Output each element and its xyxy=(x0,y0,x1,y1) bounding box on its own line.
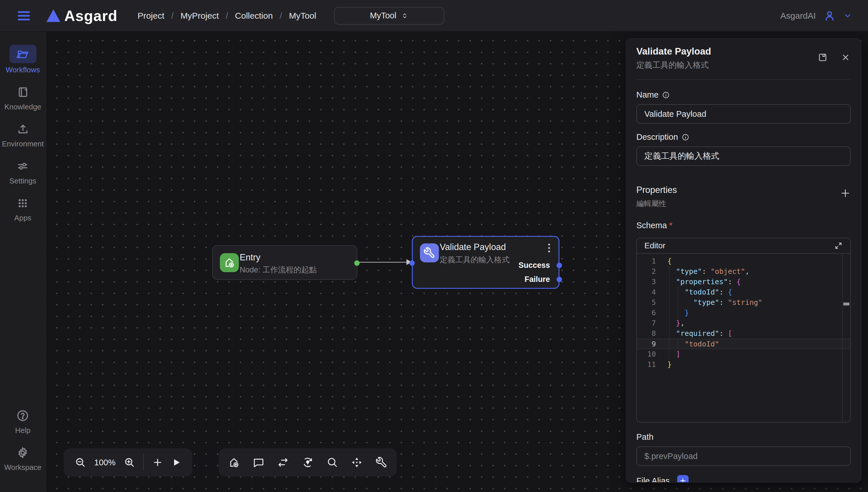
output-label-success: Success xyxy=(518,261,550,270)
edge-entry-to-validate xyxy=(358,262,407,263)
sidebar-item-workspace[interactable]: Workspace xyxy=(4,443,42,472)
house-plus-icon xyxy=(223,256,235,269)
node-config-panel: Validate Payload 定義工具的輸入格式 Name xyxy=(626,38,861,483)
node-entry[interactable]: Entry Node: 工作流程的起點 xyxy=(212,245,357,280)
line-content: "properties": { xyxy=(667,277,741,287)
validate-success-port[interactable] xyxy=(556,263,562,268)
line-content: }, xyxy=(667,318,685,328)
editor-scrollbar-thumb[interactable] xyxy=(843,302,849,305)
expand-icon[interactable] xyxy=(834,241,843,250)
sidebar-item-settings[interactable]: Settings xyxy=(9,157,36,186)
code-line[interactable]: 11} xyxy=(637,360,850,370)
breadcrumb-project[interactable]: Project xyxy=(138,11,164,21)
node-subtitle: Node: 工作流程的起點 xyxy=(240,265,317,275)
indent-guide xyxy=(678,287,678,318)
line-content: "required": [ xyxy=(667,328,732,339)
line-content: { xyxy=(667,256,672,266)
info-icon xyxy=(662,91,670,99)
user-label: AsgardAI xyxy=(780,11,816,21)
run-workflow-icon[interactable] xyxy=(171,457,181,468)
description-label: Description xyxy=(636,132,678,142)
indent-guide xyxy=(678,339,678,349)
add-property-icon[interactable] xyxy=(840,188,851,199)
line-number: 7 xyxy=(637,318,656,328)
sliders-icon xyxy=(16,160,29,173)
sidebar-item-label: Help xyxy=(15,426,30,435)
code-editor-area[interactable]: 1{2 "type": "object",3 "properties": {4 … xyxy=(637,254,850,422)
line-number: 11 xyxy=(637,360,656,370)
line-content: "todoId": { xyxy=(667,287,732,297)
user-avatar-icon[interactable] xyxy=(823,9,836,22)
zoom-level-label: 100% xyxy=(94,458,116,467)
add-node-icon[interactable] xyxy=(152,457,163,468)
node-menu-kebab-icon[interactable] xyxy=(547,243,551,253)
tool-selector-value: MyTool xyxy=(370,11,396,20)
line-content: "todoId" xyxy=(667,339,719,349)
sidebar-item-workflows[interactable]: Workflows xyxy=(6,45,40,74)
line-number: 5 xyxy=(637,297,656,308)
node-validate-payload[interactable]: Validate Payload 定義工具的輸入格式 Success Failu… xyxy=(412,236,560,289)
breadcrumb-collection[interactable]: Collection xyxy=(235,11,273,21)
line-number: 6 xyxy=(637,308,656,318)
zoom-out-icon[interactable] xyxy=(75,457,86,468)
book-icon xyxy=(17,86,29,98)
tool-selector-dropdown[interactable]: MyTool xyxy=(334,7,444,25)
sidebar-item-apps[interactable]: Apps xyxy=(14,194,31,222)
info-icon xyxy=(681,133,690,141)
validate-failure-port[interactable] xyxy=(556,277,562,282)
line-content: } xyxy=(667,308,689,318)
fit-view-icon[interactable] xyxy=(351,457,363,468)
code-line[interactable]: 1{ xyxy=(637,256,850,266)
topbar-right: AsgardAI xyxy=(780,9,852,22)
schema-label-row: Schema* xyxy=(636,221,851,230)
path-input[interactable] xyxy=(636,446,851,466)
line-content: } xyxy=(667,360,672,370)
line-content: "type": "object", xyxy=(667,266,749,277)
file-alias-label: File Alias xyxy=(636,476,670,483)
breadcrumb-separator: / xyxy=(279,11,282,21)
indent-guide xyxy=(669,266,669,360)
line-number: 1 xyxy=(637,256,656,266)
save-icon[interactable] xyxy=(817,52,828,63)
validate-input-port[interactable] xyxy=(409,260,415,266)
app-root: Asgard Project / MyProject / Collection … xyxy=(0,0,868,492)
line-number: 2 xyxy=(637,266,656,277)
breadcrumb-myproject[interactable]: MyProject xyxy=(180,11,219,21)
properties-subtitle: 編輯屬性 xyxy=(636,199,677,209)
name-label: Name xyxy=(636,90,659,100)
close-icon[interactable] xyxy=(841,53,850,62)
swap-arrows-icon[interactable] xyxy=(277,457,289,468)
sidebar-item-help[interactable]: Help xyxy=(15,407,30,435)
entry-output-port[interactable] xyxy=(354,260,359,266)
path-label: Path xyxy=(636,432,851,442)
search-icon[interactable] xyxy=(326,457,339,468)
line-content: "type": "string" xyxy=(667,297,762,308)
rotate-locate-icon[interactable] xyxy=(302,457,314,468)
tools-wrench-icon[interactable] xyxy=(375,457,388,468)
node-subtitle: 定義工具的輸入格式 xyxy=(440,254,510,265)
sidebar: Workflows Knowledge Environment xyxy=(0,31,46,492)
upload-icon xyxy=(17,123,29,136)
schema-editor: Editor 1{2 "type": "object",3 "propertie… xyxy=(636,238,851,422)
comment-icon[interactable] xyxy=(253,457,265,468)
active-item-pill xyxy=(9,45,36,63)
breadcrumb-mytool[interactable]: MyTool xyxy=(289,11,316,21)
node-title: Validate Payload xyxy=(440,242,506,252)
breadcrumb-separator: / xyxy=(226,11,228,21)
panel-header: Validate Payload 定義工具的輸入格式 xyxy=(636,39,851,80)
zoom-toolbar: 100% xyxy=(64,448,192,476)
line-number: 8 xyxy=(637,328,656,339)
name-input[interactable] xyxy=(636,104,851,124)
sidebar-item-environment[interactable]: Environment xyxy=(2,120,44,148)
menu-icon[interactable] xyxy=(18,11,30,20)
sidebar-item-knowledge[interactable]: Knowledge xyxy=(4,83,41,112)
add-file-alias-button[interactable] xyxy=(677,475,689,483)
gear-icon xyxy=(16,446,29,459)
unfold-chevrons-icon xyxy=(401,12,408,20)
add-entry-node-icon[interactable] xyxy=(228,457,240,468)
description-input[interactable] xyxy=(636,146,851,166)
zoom-in-icon[interactable] xyxy=(124,457,135,468)
chevron-down-icon[interactable] xyxy=(843,11,852,20)
sidebar-item-label: Apps xyxy=(14,214,31,222)
canvas-tools-toolbar xyxy=(219,448,397,476)
